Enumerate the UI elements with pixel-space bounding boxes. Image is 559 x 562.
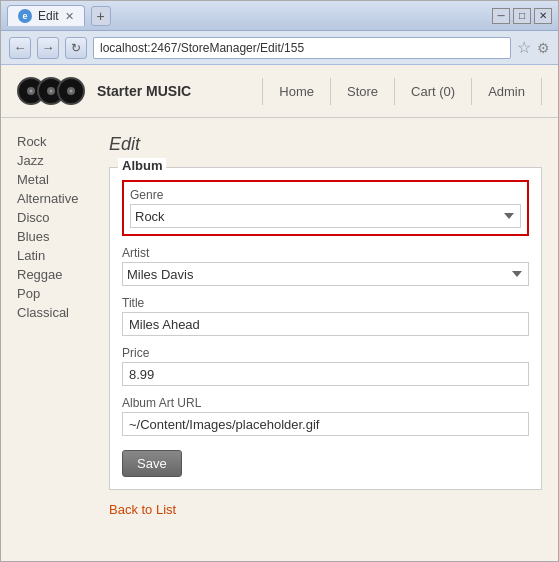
sidebar-item-disco[interactable]: Disco bbox=[17, 210, 85, 225]
artist-select[interactable]: Miles Davis John Coltrane bbox=[122, 262, 529, 286]
logo-records-icon bbox=[17, 73, 89, 109]
genre-group: Genre Rock Jazz Metal Alternative Disco … bbox=[122, 180, 529, 236]
close-button[interactable]: ✕ bbox=[534, 8, 552, 24]
address-bar: ← → ↻ ☆ ⚙ bbox=[1, 31, 558, 65]
top-navigation: Starter MUSIC Home Store Cart (0) Admin bbox=[1, 65, 558, 118]
sidebar-item-reggae[interactable]: Reggae bbox=[17, 267, 85, 282]
sidebar-item-rock[interactable]: Rock bbox=[17, 134, 85, 149]
title-bar: e Edit ✕ + ─ □ ✕ bbox=[1, 1, 558, 31]
nav-admin[interactable]: Admin bbox=[472, 78, 542, 105]
window-controls: ─ □ ✕ bbox=[492, 8, 552, 24]
forward-button[interactable]: → bbox=[37, 37, 59, 59]
price-label: Price bbox=[122, 346, 529, 360]
tab-favicon: e bbox=[18, 9, 32, 23]
site-logo: Starter MUSIC bbox=[17, 73, 191, 109]
title-group: Title bbox=[122, 296, 529, 336]
title-input[interactable] bbox=[122, 312, 529, 336]
genre-select[interactable]: Rock Jazz Metal Alternative Disco Blues … bbox=[130, 204, 521, 228]
bookmark-star-icon[interactable]: ☆ bbox=[517, 38, 531, 57]
browser-tab[interactable]: e Edit ✕ bbox=[7, 5, 85, 26]
restore-button[interactable]: □ bbox=[513, 8, 531, 24]
svg-point-5 bbox=[50, 90, 53, 93]
nav-store[interactable]: Store bbox=[331, 78, 395, 105]
sidebar-item-classical[interactable]: Classical bbox=[17, 305, 85, 320]
main-layout: Rock Jazz Metal Alternative Disco Blues … bbox=[1, 118, 558, 561]
price-group: Price bbox=[122, 346, 529, 386]
album-art-group: Album Art URL bbox=[122, 396, 529, 436]
back-button[interactable]: ← bbox=[9, 37, 31, 59]
svg-point-8 bbox=[70, 90, 73, 93]
sidebar-item-pop[interactable]: Pop bbox=[17, 286, 85, 301]
album-form: Album Genre Rock Jazz Metal Alternative … bbox=[109, 167, 542, 490]
price-input[interactable] bbox=[122, 362, 529, 386]
sidebar-item-blues[interactable]: Blues bbox=[17, 229, 85, 244]
nav-cart[interactable]: Cart (0) bbox=[395, 78, 472, 105]
sidebar-item-alternative[interactable]: Alternative bbox=[17, 191, 85, 206]
sidebar-item-jazz[interactable]: Jazz bbox=[17, 153, 85, 168]
minimize-button[interactable]: ─ bbox=[492, 8, 510, 24]
sidebar-item-metal[interactable]: Metal bbox=[17, 172, 85, 187]
url-input[interactable] bbox=[93, 37, 511, 59]
album-art-input[interactable] bbox=[122, 412, 529, 436]
nav-home[interactable]: Home bbox=[262, 78, 331, 105]
artist-label: Artist bbox=[122, 246, 529, 260]
save-button[interactable]: Save bbox=[122, 450, 182, 477]
tab-close-button[interactable]: ✕ bbox=[65, 10, 74, 23]
genre-label: Genre bbox=[130, 188, 521, 202]
page-content: Starter MUSIC Home Store Cart (0) Admin … bbox=[1, 65, 558, 561]
sidebar-item-latin[interactable]: Latin bbox=[17, 248, 85, 263]
nav-links: Home Store Cart (0) Admin bbox=[262, 78, 542, 105]
settings-wrench-icon[interactable]: ⚙ bbox=[537, 40, 550, 56]
artist-group: Artist Miles Davis John Coltrane bbox=[122, 246, 529, 286]
sidebar: Rock Jazz Metal Alternative Disco Blues … bbox=[1, 126, 101, 553]
back-to-list-link[interactable]: Back to List bbox=[109, 502, 542, 517]
main-content-area: Edit Album Genre Rock Jazz Metal Alterna… bbox=[101, 126, 558, 553]
album-art-label: Album Art URL bbox=[122, 396, 529, 410]
new-tab-button[interactable]: + bbox=[91, 6, 111, 26]
site-title: Starter MUSIC bbox=[97, 83, 191, 100]
page-title: Edit bbox=[109, 134, 542, 155]
form-legend: Album bbox=[118, 158, 166, 173]
browser-window: e Edit ✕ + ─ □ ✕ ← → ↻ ☆ ⚙ bbox=[0, 0, 559, 562]
title-label: Title bbox=[122, 296, 529, 310]
svg-point-2 bbox=[30, 90, 33, 93]
tab-title: Edit bbox=[38, 9, 59, 23]
refresh-button[interactable]: ↻ bbox=[65, 37, 87, 59]
